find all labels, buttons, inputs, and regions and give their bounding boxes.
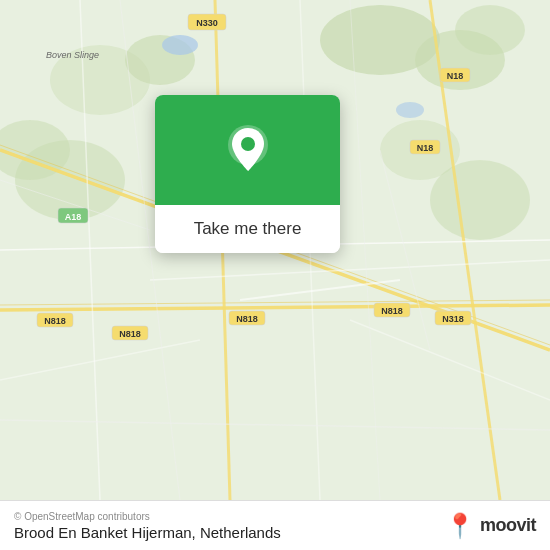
footer-left: © OpenStreetMap contributors Brood En Ba… — [14, 511, 281, 541]
svg-text:N18: N18 — [447, 71, 464, 81]
svg-text:N318: N318 — [442, 314, 464, 324]
location-title: Brood En Banket Hijerman, Netherlands — [14, 524, 281, 541]
svg-point-3 — [455, 5, 525, 55]
svg-text:N818: N818 — [236, 314, 258, 324]
popup-card: Take me there — [155, 95, 340, 253]
svg-text:A18: A18 — [65, 212, 82, 222]
moovit-pin-icon: 📍 — [445, 512, 475, 540]
map-container: N330 N330 N18 N18 A18 N818 N818 N818 N81… — [0, 0, 550, 500]
svg-text:N330: N330 — [196, 18, 218, 28]
svg-text:N818: N818 — [381, 306, 403, 316]
popup-green-area — [155, 95, 340, 205]
footer-bar: © OpenStreetMap contributors Brood En Ba… — [0, 500, 550, 550]
svg-point-10 — [162, 35, 198, 55]
location-pin-icon — [223, 123, 273, 178]
svg-text:Boven Slinge: Boven Slinge — [46, 50, 99, 60]
svg-text:N18: N18 — [417, 143, 434, 153]
copyright-text: © OpenStreetMap contributors — [14, 511, 281, 522]
svg-point-52 — [241, 137, 255, 151]
svg-point-11 — [396, 102, 424, 118]
moovit-logo: 📍 moovit — [445, 512, 536, 540]
take-me-there-button[interactable]: Take me there — [155, 205, 340, 253]
svg-point-8 — [430, 160, 530, 240]
svg-text:N818: N818 — [44, 316, 66, 326]
moovit-brand-text: moovit — [480, 515, 536, 536]
svg-text:N818: N818 — [119, 329, 141, 339]
